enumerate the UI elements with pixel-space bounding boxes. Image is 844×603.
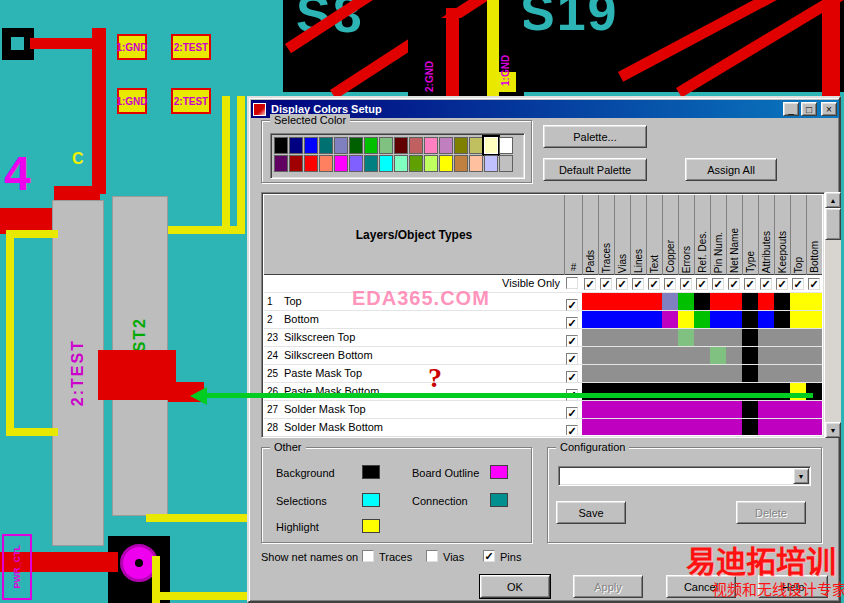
layer-color-cell[interactable]	[678, 347, 694, 364]
layer-color-cell[interactable]	[694, 401, 710, 418]
layer-color-cell[interactable]	[678, 329, 694, 346]
layer-color-cell[interactable]	[806, 401, 822, 418]
layer-color-cell[interactable]	[582, 401, 598, 418]
layer-color-cell[interactable]	[694, 419, 710, 435]
palette-swatch[interactable]	[304, 155, 318, 172]
palette-swatch[interactable]	[364, 137, 378, 154]
palette-swatch[interactable]	[469, 137, 483, 154]
layer-visible-checkbox[interactable]: ✓	[566, 353, 578, 365]
assign-all-button[interactable]: Assign All	[685, 158, 777, 181]
palette-swatch[interactable]	[484, 155, 498, 172]
visible-only-hash-checkbox[interactable]	[566, 277, 578, 289]
layer-color-cell[interactable]	[678, 419, 694, 435]
layer-color-cell[interactable]	[774, 347, 790, 364]
visible-only-checkbox[interactable]: ✓	[680, 278, 692, 290]
layer-color-cell[interactable]	[710, 401, 726, 418]
palette-swatch[interactable]	[394, 155, 408, 172]
palette-swatch[interactable]	[304, 137, 318, 154]
layer-color-cell[interactable]	[662, 401, 678, 418]
layer-color-cell[interactable]	[710, 419, 726, 435]
layer-color-cell[interactable]	[806, 347, 822, 364]
layer-color-cell[interactable]	[806, 311, 822, 328]
visible-only-checkbox[interactable]: ✓	[776, 278, 788, 290]
configuration-dropdown[interactable]: ▼	[558, 466, 811, 486]
layer-color-cell[interactable]	[598, 329, 614, 346]
layer-color-cell[interactable]	[630, 365, 646, 382]
visible-only-checkbox[interactable]: ✓	[712, 278, 724, 290]
layer-color-cell[interactable]	[662, 365, 678, 382]
chevron-down-icon[interactable]: ▼	[793, 468, 809, 484]
palette-swatch[interactable]	[319, 155, 333, 172]
minimize-icon[interactable]: _	[783, 102, 799, 116]
layer-visible-checkbox[interactable]: ✓	[566, 335, 578, 347]
palette-swatch[interactable]	[439, 137, 453, 154]
net-names-pins-checkbox[interactable]: ✓	[483, 550, 495, 562]
table-scrollbar[interactable]: ▲ ▼	[825, 192, 841, 438]
visible-only-checkbox[interactable]: ✓	[808, 278, 820, 290]
visible-only-checkbox[interactable]: ✓	[600, 278, 612, 290]
layer-color-cell[interactable]	[630, 347, 646, 364]
palette-button[interactable]: Palette...	[543, 125, 647, 148]
palette-swatch[interactable]	[274, 137, 288, 154]
layer-color-cell[interactable]	[742, 293, 758, 310]
scroll-up-icon[interactable]: ▲	[825, 192, 841, 208]
visible-only-checkbox[interactable]: ✓	[664, 278, 676, 290]
layer-color-cell[interactable]	[662, 311, 678, 328]
layer-visible-checkbox[interactable]: ✓	[566, 299, 578, 311]
layer-color-cell[interactable]	[598, 311, 614, 328]
layer-color-cell[interactable]	[758, 347, 774, 364]
selections-swatch[interactable]	[362, 493, 380, 507]
layer-color-cell[interactable]	[678, 311, 694, 328]
layer-color-cell[interactable]	[646, 311, 662, 328]
background-swatch[interactable]	[362, 465, 380, 479]
layer-color-cell[interactable]	[646, 401, 662, 418]
palette-swatch[interactable]	[409, 155, 423, 172]
layer-color-cell[interactable]	[694, 311, 710, 328]
layer-color-cell[interactable]	[582, 419, 598, 435]
layer-color-cell[interactable]	[806, 329, 822, 346]
layer-color-cell[interactable]	[790, 347, 806, 364]
close-icon[interactable]: ×	[821, 102, 837, 116]
palette-swatch[interactable]	[394, 137, 408, 154]
layer-color-cell[interactable]	[742, 329, 758, 346]
layer-color-cell[interactable]	[710, 293, 726, 310]
layer-color-cell[interactable]	[646, 347, 662, 364]
layer-color-cell[interactable]	[758, 293, 774, 310]
layer-color-cell[interactable]	[790, 311, 806, 328]
visible-only-checkbox[interactable]: ✓	[616, 278, 628, 290]
palette-swatch[interactable]	[424, 137, 438, 154]
layer-color-cell[interactable]	[694, 365, 710, 382]
layer-color-cell[interactable]	[646, 419, 662, 435]
apply-button[interactable]: Apply	[573, 575, 643, 598]
layer-color-cell[interactable]	[806, 365, 822, 382]
layer-color-cell[interactable]	[742, 419, 758, 435]
visible-only-checkbox[interactable]: ✓	[632, 278, 644, 290]
palette-swatch[interactable]	[439, 155, 453, 172]
layer-color-cell[interactable]	[774, 419, 790, 435]
layer-color-cell[interactable]	[758, 401, 774, 418]
layer-color-cell[interactable]	[758, 419, 774, 435]
layer-color-cell[interactable]	[598, 365, 614, 382]
default-palette-button[interactable]: Default Palette	[543, 158, 647, 181]
layer-color-cell[interactable]	[678, 401, 694, 418]
palette-swatch[interactable]	[379, 155, 393, 172]
layer-color-cell[interactable]	[774, 293, 790, 310]
visible-only-checkbox[interactable]: ✓	[696, 278, 708, 290]
layer-color-cell[interactable]	[662, 329, 678, 346]
visible-only-checkbox[interactable]: ✓	[760, 278, 772, 290]
visible-only-checkbox[interactable]: ✓	[744, 278, 756, 290]
layer-color-cell[interactable]	[614, 401, 630, 418]
net-names-vias-checkbox[interactable]	[426, 550, 438, 562]
layer-color-cell[interactable]	[790, 419, 806, 435]
layer-color-cell[interactable]	[630, 401, 646, 418]
net-names-traces-checkbox[interactable]	[362, 550, 374, 562]
layer-color-cell[interactable]	[790, 401, 806, 418]
palette-swatch[interactable]	[334, 155, 348, 172]
layer-color-cell[interactable]	[662, 419, 678, 435]
layer-color-cell[interactable]	[710, 365, 726, 382]
layer-color-cell[interactable]	[710, 347, 726, 364]
layer-color-cell[interactable]	[726, 365, 742, 382]
layer-color-cell[interactable]	[726, 329, 742, 346]
layer-color-cell[interactable]	[614, 311, 630, 328]
layer-color-cell[interactable]	[806, 419, 822, 435]
